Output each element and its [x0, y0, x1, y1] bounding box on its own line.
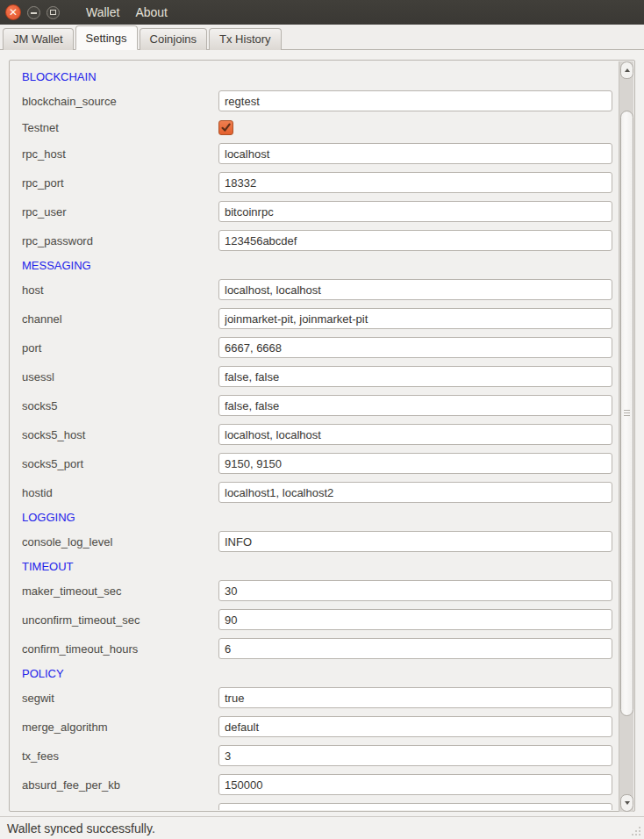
scroll-down-button[interactable]: [620, 794, 633, 812]
tab-bar: JM WalletSettingsCoinjoinsTx History: [0, 25, 644, 50]
absurd-fee-per-kb-input[interactable]: [218, 774, 612, 795]
port-input[interactable]: [218, 337, 612, 358]
field-label: merge_algorithm: [22, 721, 218, 734]
status-message: Wallet synced successfully.: [0, 821, 155, 835]
section-header-logging: LOGGING: [22, 511, 618, 524]
form-row: socks5: [22, 395, 618, 416]
field-label: port: [22, 341, 218, 355]
field-label: host: [22, 283, 218, 297]
socks5-input[interactable]: [218, 395, 612, 416]
scroll-up-button[interactable]: [620, 61, 633, 79]
confirm-timeout-hours-input[interactable]: [218, 638, 612, 659]
field-label: console_log_level: [22, 535, 218, 549]
menu-wallet[interactable]: Wallet: [82, 4, 123, 21]
field-label: rpc_port: [22, 176, 218, 190]
field-label: segwit: [22, 692, 218, 705]
form-row: rpc_host: [22, 143, 618, 164]
field-label: unconfirm_timeout_sec: [22, 613, 218, 627]
field-label: rpc_password: [22, 234, 218, 247]
form-row: tx_fees: [22, 745, 618, 766]
resize-grip-icon[interactable]: [630, 825, 642, 837]
field-label: usessl: [22, 370, 218, 384]
form-row: socks5_port: [22, 453, 618, 474]
arrow-up-icon: [625, 68, 630, 72]
usessl-input[interactable]: [218, 366, 612, 387]
host-input[interactable]: [218, 279, 612, 300]
form-row: console_log_level: [22, 531, 618, 552]
tx-fees-input[interactable]: [218, 745, 612, 766]
tab-jm-wallet[interactable]: JM Wallet: [3, 28, 74, 50]
form-row: host: [22, 279, 618, 300]
field-label: confirm_timeout_hours: [22, 642, 218, 656]
section-header-timeout: TIMEOUT: [22, 560, 618, 573]
section-header-messaging: MESSAGING: [22, 259, 618, 272]
form-row: port: [22, 337, 618, 358]
form-row: unconfirm_timeout_sec: [22, 609, 618, 630]
form-row: usessl: [22, 366, 618, 387]
scrollbar-thumb[interactable]: [620, 111, 633, 716]
titlebar: ✕ Wallet About: [0, 0, 644, 25]
field-label: channel: [22, 312, 218, 326]
form-row: blockchain_source: [22, 90, 618, 111]
field-label: rpc_host: [22, 147, 218, 161]
form-row: rpc_password: [22, 230, 618, 251]
blockchain-source-input[interactable]: [218, 90, 612, 111]
menu-about[interactable]: About: [132, 4, 171, 21]
channel-input[interactable]: [218, 308, 612, 329]
unconfirm-timeout-sec-input[interactable]: [218, 609, 612, 630]
form-row: maker_timeout_sec: [22, 580, 618, 601]
field-label: absurd_fee_per_kb: [22, 778, 218, 792]
form-row: absurd_fee_per_kb: [22, 774, 618, 795]
field-label: blockchain_source: [22, 95, 218, 108]
form-row: segwit: [22, 687, 618, 708]
socks5-port-input[interactable]: [218, 453, 612, 474]
console-log-level-input[interactable]: [218, 531, 612, 552]
field-label: rpc_user: [22, 205, 218, 219]
next-row-input[interactable]: [218, 803, 612, 810]
segwit-input[interactable]: [218, 687, 612, 708]
field-label: Testnet: [22, 121, 218, 134]
rpc-host-input[interactable]: [218, 143, 612, 164]
form-row: hostid: [22, 482, 618, 503]
window-controls: ✕: [0, 4, 60, 20]
field-label: hostid: [22, 486, 218, 499]
form-row: rpc_port: [22, 172, 618, 193]
field-label: maker_timeout_sec: [22, 584, 218, 598]
form-row: confirm_timeout_hours: [22, 638, 618, 659]
arrow-down-icon: [625, 801, 630, 805]
maker-timeout-sec-input[interactable]: [218, 580, 612, 601]
rpc-port-input[interactable]: [218, 172, 612, 193]
socks5-host-input[interactable]: [218, 424, 612, 445]
tab-coinjoins[interactable]: Coinjoins: [140, 28, 207, 50]
minimize-icon[interactable]: [27, 6, 40, 19]
scrollbar-grip: [624, 410, 630, 418]
testnet-checkbox[interactable]: [218, 120, 233, 135]
field-label: tx_fees: [22, 749, 218, 763]
form-row: rpc_user: [22, 201, 618, 222]
close-icon[interactable]: ✕: [5, 4, 21, 20]
section-header-blockchain: BLOCKCHAIN: [22, 70, 618, 83]
menubar: Wallet About: [82, 4, 171, 21]
app-window: ✕ Wallet About JM WalletSettingsCoinjoin…: [0, 0, 644, 839]
form-row: channel: [22, 308, 618, 329]
tab-tx-history[interactable]: Tx History: [209, 28, 282, 50]
merge-algorithm-input[interactable]: [218, 716, 612, 737]
settings-form: BLOCKCHAINblockchain_sourceTestnetrpc_ho…: [11, 61, 618, 810]
rpc-user-input[interactable]: [218, 201, 612, 222]
statusbar: Wallet synced successfully.: [0, 816, 644, 839]
hostid-input[interactable]: [218, 482, 612, 503]
field-label: socks5_host: [22, 428, 218, 441]
field-label: socks5: [22, 399, 218, 412]
form-row: Testnet: [22, 119, 618, 135]
tab-pane: BLOCKCHAINblockchain_sourceTestnetrpc_ho…: [0, 50, 644, 816]
form-row: socks5_host: [22, 424, 618, 445]
form-row: [22, 803, 618, 810]
form-row: merge_algorithm: [22, 716, 618, 737]
field-label: socks5_port: [22, 457, 218, 470]
vertical-scrollbar[interactable]: [619, 61, 633, 812]
rpc-password-input[interactable]: [218, 230, 612, 251]
maximize-icon[interactable]: [47, 6, 60, 19]
settings-scrollarea: BLOCKCHAINblockchain_sourceTestnetrpc_ho…: [9, 60, 635, 812]
tab-settings[interactable]: Settings: [75, 25, 138, 50]
section-header-policy: POLICY: [22, 667, 618, 680]
